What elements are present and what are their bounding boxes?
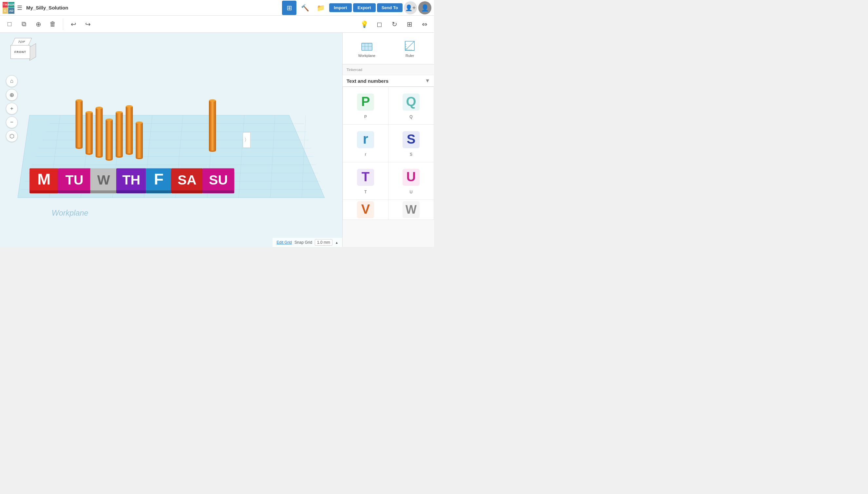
folder-button[interactable]: 📁 [313, 1, 328, 15]
shape-icon-W: W [401, 201, 421, 219]
tools-button[interactable]: 🔨 [298, 1, 312, 15]
shape-item-V[interactable]: V [343, 200, 388, 220]
view-cube-top[interactable]: TOP [11, 38, 32, 46]
cylinder-body-2 [86, 112, 93, 153]
svg-text:V: V [361, 202, 370, 216]
fit-view-button[interactable]: ⊕ [6, 89, 18, 101]
view-cube[interactable]: TOP FRONT [7, 38, 33, 64]
user-avatar[interactable]: 👤 [418, 1, 431, 14]
cylinder-top-4 [106, 118, 113, 121]
edit-grid-button[interactable]: Edit Grid [276, 240, 292, 245]
svg-text:W: W [405, 203, 417, 216]
shape-item-T[interactable]: T T [343, 162, 388, 200]
cylinder-body-8 [209, 100, 216, 151]
cylinder-top-7 [135, 121, 143, 124]
cylinder-body-5 [115, 112, 123, 156]
perspective-button[interactable]: ⬡ [6, 130, 18, 142]
block-F-text: F [154, 170, 164, 188]
shape-item-r[interactable]: r r [343, 125, 388, 162]
shape-label-r: r [365, 152, 366, 157]
view-controls: ⌂ ⊕ + − ⬡ [6, 75, 18, 142]
shape-icon-T: T [356, 168, 375, 187]
workplane-button[interactable]: Workplane [346, 37, 387, 60]
zoom-out-button[interactable]: − [6, 116, 18, 128]
logo-ad: AD [8, 8, 14, 14]
mirror-button[interactable]: ⇔ [418, 17, 431, 31]
shapes-grid: P P Q Q r [343, 87, 434, 220]
project-title[interactable]: My_Silly_Solution [26, 5, 68, 11]
align-button[interactable]: ⊞ [402, 17, 416, 31]
block-TU-text: TU [65, 172, 83, 188]
project-menu-icon[interactable]: ☰ [17, 4, 22, 12]
cylinder-top-1 [76, 99, 83, 102]
cylinder-body-4 [106, 120, 113, 160]
grid-view-button[interactable]: ⊞ [282, 1, 296, 15]
shape-item-S[interactable]: S S [388, 125, 434, 162]
selection-button[interactable]: ◻ [373, 17, 386, 31]
cylinder-top-6 [126, 105, 133, 108]
duplicate-button[interactable]: ⊕ [32, 17, 45, 31]
shape-icon-S: S [401, 130, 421, 150]
shape-icon-U: U [401, 168, 421, 187]
shape-item-W[interactable]: W [388, 200, 434, 220]
scene-svg: Workplane [0, 33, 342, 227]
shape-item-Q[interactable]: Q Q [388, 87, 434, 124]
cylinder-top-2 [86, 111, 93, 114]
dropdown-chevron-icon: ▼ [425, 78, 430, 84]
delete-button[interactable]: 🗑 [46, 17, 60, 31]
cylinder-top-8 [209, 99, 216, 102]
snap-grid-chevron[interactable]: ▲ [335, 241, 338, 244]
shape-label-S: S [410, 152, 412, 157]
svg-line-28 [405, 41, 414, 50]
snap-grid-label: Snap Grid [294, 240, 312, 245]
block-SU-text: SU [209, 172, 228, 188]
cylinder-body-3 [96, 108, 103, 157]
panel-category-label: Tinkercad [343, 64, 434, 75]
bottom-status-bar: Edit Grid Snap Grid 1.0 mm ▲ [272, 238, 342, 247]
svg-text:Q: Q [406, 94, 416, 109]
workplane-text: Workplane [52, 209, 88, 217]
new-shape-button[interactable]: □ [3, 17, 16, 31]
redo-button[interactable]: ↪ [81, 17, 95, 31]
toolbar-divider [63, 18, 63, 30]
svg-rect-22 [362, 43, 372, 50]
edit-toolbar: □ ⧉ ⊕ 🗑 ↩ ↪ 💡 ◻ ↻ ⊞ ⇔ [0, 16, 434, 33]
logo-tin: TIN [3, 2, 8, 8]
zoom-in-button[interactable]: + [6, 103, 18, 114]
undo-button[interactable]: ↩ [67, 17, 80, 31]
import-button[interactable]: Import [329, 3, 351, 12]
main-workspace: TOP FRONT ⌂ ⊕ + − ⬡ [0, 33, 434, 247]
home-view-button[interactable]: ⌂ [6, 75, 18, 87]
shape-label-T: T [364, 190, 366, 194]
shapes-category-dropdown[interactable]: Text and numbers ▼ [343, 75, 434, 87]
export-button[interactable]: Export [353, 3, 376, 12]
3d-viewport[interactable]: TOP FRONT ⌂ ⊕ + − ⬡ [0, 33, 342, 247]
tinkercad-logo[interactable]: TIN KER C AD [3, 2, 14, 14]
shape-label-Q: Q [410, 114, 412, 119]
cylinder-body-7 [135, 123, 143, 158]
shape-item-U[interactable]: U U [388, 162, 434, 200]
sendto-button[interactable]: Send To [377, 3, 402, 12]
light-button[interactable]: 💡 [357, 17, 371, 31]
shape-label-P: P [364, 114, 367, 119]
snap-grid-value[interactable]: 1.0 mm [315, 239, 332, 246]
panel-action-buttons: Workplane [343, 33, 434, 64]
ruler-icon [403, 39, 416, 52]
logo-ker: KER [8, 2, 14, 8]
block-TH-text: TH [122, 172, 140, 188]
cylinder-top-5 [115, 111, 123, 114]
svg-text:T: T [362, 169, 369, 184]
collapse-panel-button[interactable]: 〉 [243, 132, 251, 148]
ruler-button[interactable]: Ruler [390, 37, 430, 60]
shape-icon-Q: Q [401, 92, 421, 112]
rotate-button[interactable]: ↻ [387, 17, 401, 31]
ruler-label: Ruler [405, 54, 414, 58]
svg-text:r: r [363, 131, 368, 147]
view-cube-front[interactable]: FRONT [11, 45, 30, 59]
top-navigation-bar: TIN KER C AD ☰ My_Silly_Solution ⊞ 🔨 📁 I… [0, 0, 434, 16]
add-user-button[interactable]: 👤+ [404, 1, 417, 14]
copy-button[interactable]: ⧉ [17, 17, 31, 31]
cylinder-top-3 [96, 107, 103, 109]
shape-item-P[interactable]: P P [343, 87, 388, 124]
cylinder-body-6 [126, 106, 133, 153]
